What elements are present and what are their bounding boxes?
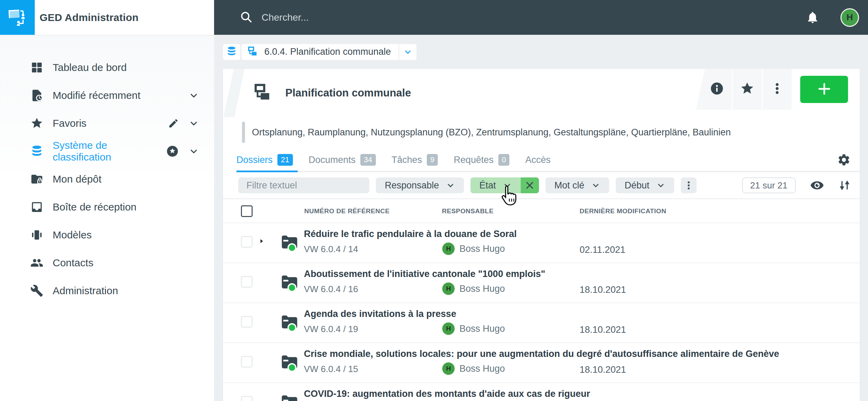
expand-arrow-icon[interactable] [258,238,265,245]
responsable-name: Boss Hugo [459,363,505,374]
filter-d-but-button[interactable]: Début [616,177,674,193]
table-row[interactable]: Réduire le trafic pendulaire à la douane… [223,223,860,263]
dashboard-icon [30,61,43,74]
tab-count-badge: 34 [360,154,375,166]
dossier-title[interactable]: COVID-19: augmentation des montants d'ai… [304,389,590,399]
row-checkbox[interactable] [241,316,253,328]
clear-etat-filter-button[interactable] [521,177,539,193]
notifications-icon[interactable] [806,11,819,24]
column-header[interactable]: RESPONSABLE [442,207,494,215]
more-filters-button[interactable] [681,177,697,193]
dossier-title[interactable]: Agenda des invitations à la presse [304,309,456,319]
table-settings-button[interactable] [837,153,851,167]
dossier-title[interactable]: Crise mondiale, solutions locales: pour … [304,349,779,359]
tab-label: Accès [525,155,551,165]
sidebar-item-tableau-de-bord[interactable]: Tableau de bord [0,53,214,81]
row-checkbox[interactable] [241,236,253,248]
chevron-down-icon[interactable] [189,90,199,101]
responsable-cell: HBoss Hugo [442,282,505,295]
filter-mot-cl--button[interactable]: Mot clé [546,177,609,193]
pencil-icon[interactable] [168,118,179,129]
content-area: 6.0.4. Planification communale Planifica… [214,35,868,401]
tab-t-ches[interactable]: Tâches9 [392,147,438,172]
eye-icon [810,178,824,192]
table-row[interactable]: COVID-19: augmentation des montants d'ai… [223,383,860,401]
responsable-avatar: H [442,243,455,255]
star-circle-icon[interactable] [166,145,179,158]
sidebar-item-mod-les[interactable]: Modèles [0,221,214,249]
row-checkbox[interactable] [241,276,253,288]
chevron-small-icon [446,181,455,190]
sidebar-item-bo-te-de-r-ception[interactable]: Boîte de réception [0,193,214,221]
breadcrumb-node[interactable]: 6.0.4. Planification communale [242,44,416,60]
sidebar-item-label: Administration [53,285,118,297]
tab-acc-s[interactable]: Accès [525,147,551,172]
table-row[interactable]: Agenda des invitations à la presseVW 6.0… [223,303,860,343]
info-icon [710,81,724,97]
responsable-name: Boss Hugo [459,284,505,294]
last-modified-date: 18.10.2021 [580,364,626,375]
kebab-small-icon [684,180,694,191]
responsable-cell: HBoss Hugo [442,362,505,375]
sidebar-item-label: Favoris [53,117,86,129]
favorite-button[interactable] [733,69,762,110]
breadcrumb-label: 6.0.4. Planification communale [264,47,391,57]
last-modified-date: 02.11.2021 [580,245,625,255]
people-icon [30,256,43,269]
kebab-icon [770,82,784,97]
row-checkbox[interactable] [241,396,253,401]
chevron-down-icon[interactable] [189,146,199,156]
breadcrumb-root-button[interactable] [223,44,240,60]
column-header[interactable]: NUMÉRO DE RÉFÉRENCE [304,207,390,215]
row-checkbox[interactable] [241,356,253,368]
sidebar-item-label: Contacts [53,257,93,269]
folder-status-icon [280,392,300,401]
sidebar-item-mon-d-p-t[interactable]: Mon dépôt [0,165,214,193]
app-logo[interactable] [0,0,35,35]
sidebar-item-administration[interactable]: Administration [0,277,214,305]
star-icon [740,81,754,97]
sidebar-item-favoris[interactable]: Favoris [0,109,214,137]
filter-row: ResponsableÉtatMot cléDébut21 sur 21 [223,172,860,199]
table-body: Réduire le trafic pendulaire à la douane… [223,223,860,401]
sidebar: GED Administration Tableau de bordModifi… [0,0,214,401]
info-button[interactable] [696,69,732,110]
eye-button[interactable] [810,178,824,192]
chevron-small-icon [503,181,512,190]
search-input[interactable] [262,12,502,23]
table-row[interactable]: Crise mondiale, solutions locales: pour … [223,343,860,383]
select-all-checkbox[interactable] [241,205,253,217]
tab-dossiers[interactable]: Dossiers21 [236,147,293,172]
sidebar-item-modifi-r-cemment[interactable]: Modifié récemment [0,81,214,109]
dossier-title[interactable]: Réduire le trafic pendulaire à la douane… [304,229,517,239]
dossier-title[interactable]: Aboutissement de l'initiative cantonale … [304,269,545,279]
sort-icon [838,179,851,192]
chevron-down-icon[interactable] [189,118,199,128]
user-avatar[interactable]: H [840,8,859,27]
header-slant-decoration [223,69,245,117]
sidebar-item-label: Modèles [53,229,92,241]
tab-label: Requêtes [454,155,494,165]
tab-documents[interactable]: Documents34 [309,147,376,172]
tab-count-badge: 0 [498,154,509,166]
filter-label: Responsable [385,180,439,191]
filter-responsable-button[interactable]: Responsable [376,177,464,193]
sidebar-item-label: Système de classification [53,140,166,163]
sidebar-header: GED Administration [0,0,214,35]
last-modified-date: 18.10.2021 [580,325,626,335]
add-button[interactable] [800,76,848,103]
card-header: Planification communale [223,69,860,117]
sidebar-item-syst-me-de-classification[interactable]: Système de classification [0,137,214,165]
tab-requ-tes[interactable]: Requêtes0 [454,147,509,172]
tab-label: Tâches [392,155,422,165]
sort-button[interactable] [838,179,851,192]
more-actions-button[interactable] [763,69,792,110]
text-filter-input[interactable] [238,177,369,193]
column-header[interactable]: DERNIÈRE MODIFICATION [580,207,666,215]
last-modified-date: 18.10.2021 [580,285,626,295]
table-row[interactable]: Aboutissement de l'initiative cantonale … [223,263,860,303]
filter-label: État [479,180,496,191]
sidebar-item-contacts[interactable]: Contacts [0,249,214,277]
breadcrumb-expand-button[interactable] [399,44,416,60]
filter--tat-button[interactable]: État [470,177,521,193]
